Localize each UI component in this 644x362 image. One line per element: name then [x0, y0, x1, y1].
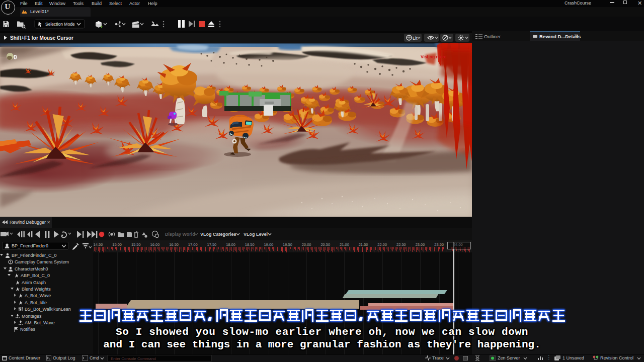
- svg-text:Selection Mode: Selection Mode: [45, 22, 75, 27]
- svg-text:Lit: Lit: [413, 36, 418, 41]
- svg-text:VisLog reco:: VisLog reco:: [421, 54, 446, 59]
- svg-text:+: +: [100, 25, 103, 30]
- svg-text:VLog Level: VLog Level: [244, 232, 268, 237]
- svg-text:VLog Categories: VLog Categories: [200, 232, 236, 237]
- svg-text:0: 0: [14, 54, 17, 61]
- svg-text:Display World: Display World: [165, 232, 195, 237]
